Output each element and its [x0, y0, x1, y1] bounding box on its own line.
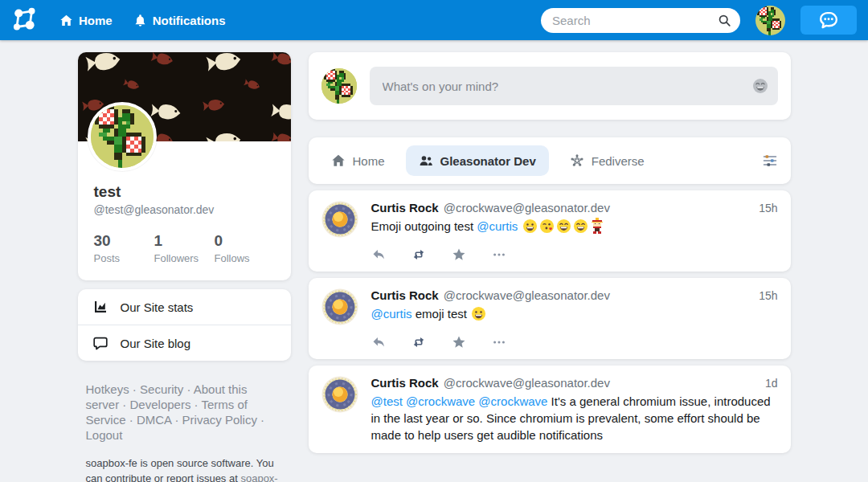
- stat-follows-value: 0: [215, 232, 275, 250]
- nav-home-link[interactable]: Home: [59, 14, 113, 27]
- status-avatar[interactable]: [321, 288, 358, 325]
- beam-emoji: [573, 219, 588, 234]
- emoji-picker-button[interactable]: [752, 78, 768, 94]
- compose-card: [309, 52, 791, 120]
- tab-gleasonator-dev-label: Gleasonator Dev: [440, 154, 536, 168]
- stat-posts-value: 30: [94, 232, 154, 250]
- grin-emoji: [471, 306, 486, 321]
- comment-icon: [92, 335, 108, 351]
- footer-link[interactable]: Privacy Policy: [182, 413, 257, 427]
- stat-followers[interactable]: 1 Followers: [154, 232, 215, 264]
- profile-avatar[interactable]: [88, 102, 157, 171]
- search-icon[interactable]: [718, 14, 731, 27]
- footer-link[interactable]: Hotkeys: [86, 382, 129, 396]
- status-author-name[interactable]: Curtis Rock: [371, 201, 439, 214]
- tab-home-label: Home: [353, 154, 385, 168]
- reply-icon[interactable]: [371, 335, 386, 349]
- status-author-acct: @crockwave@gleasonator.dev: [444, 288, 610, 302]
- footer-link[interactable]: Logout: [86, 428, 123, 442]
- stat-follows[interactable]: 0 Follows: [215, 232, 275, 264]
- tab-gleasonator-dev[interactable]: Gleasonator Dev: [406, 145, 549, 176]
- site-blog-label: Our Site blog: [121, 337, 191, 350]
- site-stats-link[interactable]: Our Site stats: [78, 289, 291, 325]
- repost-icon[interactable]: [411, 335, 426, 349]
- status-timestamp[interactable]: 15h: [759, 289, 777, 302]
- profile-stats: 30 Posts 1 Followers 0 Follows: [94, 232, 275, 264]
- fediverse-icon: [570, 153, 584, 168]
- compose-field: [370, 67, 778, 105]
- soapbox-logo-icon[interactable]: [11, 6, 39, 34]
- status-content: Emoji outgoing test @curtis: [371, 218, 778, 235]
- users-group-icon: [419, 153, 433, 168]
- top-navbar: Home Notifications: [0, 0, 868, 40]
- status-content: @test @crockwave @crockwave It's a gener…: [371, 393, 778, 443]
- compose-input[interactable]: [370, 67, 778, 105]
- profile-acct: @test@gleasonator.dev: [94, 203, 275, 216]
- status-author-name[interactable]: Curtis Rock: [371, 288, 439, 302]
- more-options-icon[interactable]: [492, 247, 506, 262]
- chat-button[interactable]: [800, 6, 857, 35]
- search-box: [541, 8, 740, 33]
- status-avatar[interactable]: [321, 376, 358, 413]
- status-timestamp[interactable]: 15h: [759, 202, 777, 214]
- timeline-tabs: Home Gleasonator Dev Fediverse: [309, 137, 791, 184]
- kiss-emoji: [539, 219, 555, 234]
- status-post: Curtis Rock @crockwave@gleasonator.dev 1…: [309, 278, 791, 359]
- status-actions: [371, 247, 778, 262]
- profile-card: test @test@gleasonator.dev 30 Posts 1 Fo…: [78, 52, 291, 280]
- repost-icon[interactable]: [411, 247, 426, 262]
- status-author-name[interactable]: Curtis Rock: [371, 376, 439, 390]
- status-avatar[interactable]: [321, 201, 358, 238]
- status-author-acct: @crockwave@gleasonator.dev: [444, 376, 610, 390]
- status-timestamp[interactable]: 1d: [765, 377, 778, 390]
- profile-display-name[interactable]: test: [94, 183, 275, 201]
- navbar-avatar[interactable]: [755, 6, 785, 35]
- site-blog-link[interactable]: Our Site blog: [78, 325, 291, 361]
- favourite-icon[interactable]: [452, 247, 466, 262]
- more-options-icon[interactable]: [492, 335, 506, 349]
- left-sidebar: test @test@gleasonator.dev 30 Posts 1 Fo…: [78, 52, 291, 482]
- tab-fediverse[interactable]: Fediverse: [560, 145, 654, 176]
- favourite-icon[interactable]: [452, 335, 466, 349]
- nav-notifications-link[interactable]: Notifications: [133, 14, 226, 27]
- search-input[interactable]: [541, 8, 740, 33]
- stat-posts[interactable]: 30 Posts: [94, 232, 154, 264]
- stat-posts-label: Posts: [94, 252, 154, 264]
- mention-link[interactable]: @crockwave: [478, 394, 547, 408]
- area-chart-icon: [92, 299, 108, 315]
- nav-home-label: Home: [79, 14, 113, 27]
- custom-pixel-emoji: [591, 218, 604, 234]
- tab-home[interactable]: Home: [321, 145, 395, 176]
- bell-icon: [133, 14, 147, 27]
- sliders-icon[interactable]: [762, 153, 778, 169]
- stat-followers-value: 1: [154, 232, 215, 250]
- mention-link[interactable]: @curtis: [477, 219, 518, 233]
- footer-link[interactable]: DMCA: [137, 413, 171, 427]
- stat-follows-label: Follows: [215, 252, 275, 264]
- footer-link[interactable]: Developers: [130, 398, 191, 411]
- status-post: Curtis Rock @crockwave@gleasonator.dev 1…: [309, 366, 791, 453]
- tab-fediverse-label: Fediverse: [592, 154, 645, 168]
- footer-link[interactable]: Security: [140, 382, 183, 396]
- status-content: @curtis emoji test: [371, 305, 778, 322]
- nav-notifications-label: Notifications: [153, 14, 226, 27]
- house-icon: [331, 153, 346, 168]
- compose-avatar[interactable]: [321, 68, 357, 104]
- chat-bubble-dots-icon: [818, 10, 839, 31]
- grin-emoji: [522, 219, 538, 234]
- footer-links: Hotkeys · Security · About this server ·…: [78, 382, 271, 443]
- site-stats-label: Our Site stats: [121, 300, 194, 314]
- reply-icon[interactable]: [371, 247, 386, 262]
- footer-about: soapbox-fe is open source software. You …: [78, 455, 280, 482]
- beam-emoji: [556, 219, 571, 234]
- status-author-acct: @crockwave@gleasonator.dev: [444, 201, 610, 214]
- mention-link[interactable]: @test: [371, 394, 403, 408]
- status-post: Curtis Rock @crockwave@gleasonator.dev 1…: [309, 190, 791, 272]
- timeline-column: Home Gleasonator Dev Fediverse Curtis Ro…: [309, 52, 791, 460]
- stat-followers-label: Followers: [154, 252, 215, 264]
- site-nav-card: Our Site stats Our Site blog: [78, 289, 291, 361]
- status-actions: [371, 335, 778, 349]
- mention-link[interactable]: @crockwave: [406, 394, 475, 408]
- mention-link[interactable]: @curtis: [371, 307, 412, 321]
- home-icon: [59, 14, 73, 27]
